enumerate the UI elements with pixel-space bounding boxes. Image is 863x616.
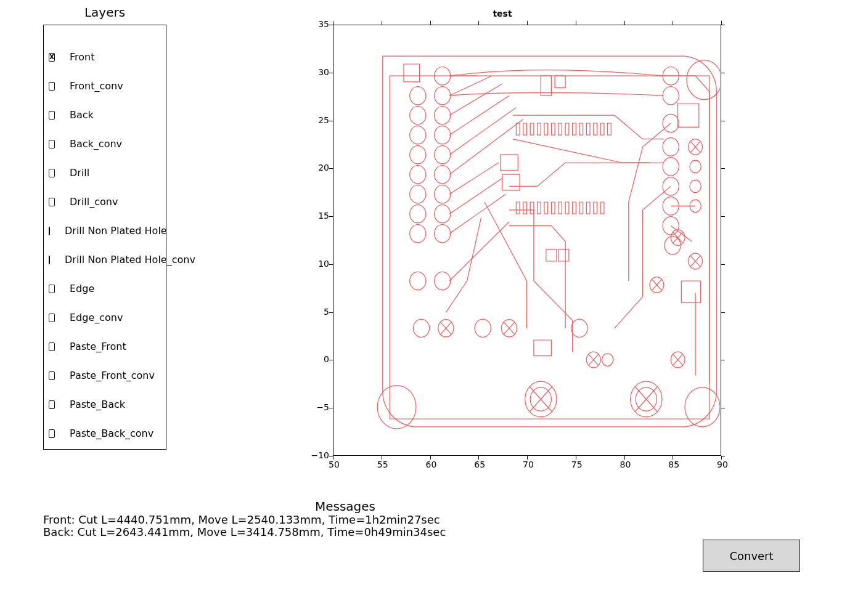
y-tick-right: [721, 408, 725, 408]
y-tick: [329, 360, 333, 360]
x-tick-top: [527, 21, 528, 25]
layer-checkbox[interactable]: [49, 429, 55, 438]
svg-point-6: [685, 387, 720, 427]
svg-point-13: [435, 185, 451, 203]
layer-checkbox[interactable]: X: [49, 53, 55, 62]
svg-point-21: [410, 126, 426, 144]
layer-checkbox[interactable]: [49, 285, 55, 293]
layer-checkbox[interactable]: [49, 400, 55, 409]
svg-point-32: [663, 158, 679, 176]
layer-row[interactable]: Drill: [44, 158, 166, 187]
x-tick-label: 80: [618, 460, 633, 469]
layer-row[interactable]: Back_conv: [44, 129, 166, 158]
svg-point-20: [410, 106, 426, 124]
layer-checkbox[interactable]: [49, 140, 55, 148]
layers-panel: XFrontFront_convBackBack_convDrillDrill_…: [43, 25, 166, 450]
svg-point-35: [663, 217, 679, 235]
y-tick-right: [721, 264, 725, 265]
layer-row[interactable]: XFront: [44, 43, 166, 71]
y-tick: [329, 408, 333, 408]
svg-rect-53: [541, 76, 551, 95]
svg-point-0: [687, 60, 720, 100]
x-tick-label: 65: [472, 460, 487, 469]
x-tick-label: 85: [666, 460, 681, 469]
svg-point-31: [663, 138, 679, 156]
layer-label: Drill_conv: [70, 196, 118, 208]
x-tick-label: 60: [424, 460, 439, 469]
svg-point-36: [665, 237, 681, 254]
layer-row[interactable]: Front_conv: [44, 71, 166, 100]
layer-checkbox[interactable]: [49, 82, 55, 91]
x-tick-top: [382, 21, 382, 25]
messages-title: Messages: [43, 499, 647, 514]
svg-rect-59: [558, 249, 569, 261]
layer-label: Edge_conv: [70, 312, 123, 323]
layer-checkbox[interactable]: [49, 256, 50, 264]
svg-point-12: [435, 165, 451, 183]
layer-row[interactable]: Paste_Back: [44, 390, 166, 419]
layer-label: Drill: [70, 167, 89, 179]
pcb-plot[interactable]: 505560657075808590−10−505101520253035: [333, 25, 721, 456]
svg-point-42: [690, 200, 701, 212]
layer-checkbox[interactable]: [49, 111, 55, 120]
convert-button[interactable]: Convert: [703, 540, 800, 572]
svg-rect-18: [404, 64, 420, 82]
y-tick-label: 10: [305, 259, 329, 269]
svg-point-10: [435, 126, 451, 144]
layer-label: Drill Non Plated Hole_conv: [65, 254, 195, 265]
y-tick: [329, 168, 333, 169]
svg-point-4: [631, 381, 662, 417]
x-tick-top: [430, 21, 431, 25]
layer-row[interactable]: Edge: [44, 274, 166, 303]
layer-checkbox[interactable]: [49, 342, 55, 351]
svg-point-50: [571, 319, 587, 337]
svg-rect-57: [534, 340, 552, 356]
layer-row[interactable]: Paste_Front_conv: [44, 361, 166, 390]
svg-point-7: [435, 67, 451, 84]
layer-row[interactable]: Drill Non Plated Hole_conv: [44, 245, 166, 274]
svg-point-25: [410, 205, 426, 222]
svg-point-49: [501, 320, 517, 337]
layer-label: Paste_Front_conv: [70, 370, 155, 381]
layer-checkbox[interactable]: [49, 227, 50, 235]
y-tick-label: −10: [305, 450, 329, 460]
layer-label: Front: [70, 51, 94, 63]
layer-row[interactable]: Drill Non Plated Hole: [44, 216, 166, 245]
message-line: Front: Cut L=4440.751mm, Move L=2540.133…: [43, 514, 446, 526]
svg-point-45: [650, 277, 664, 293]
layer-row[interactable]: Drill_conv: [44, 187, 166, 216]
layer-checkbox[interactable]: [49, 198, 55, 206]
y-tick: [329, 312, 333, 313]
svg-point-17: [413, 319, 429, 337]
svg-rect-56: [502, 174, 520, 190]
y-tick-right: [721, 168, 725, 169]
y-tick-right: [721, 360, 725, 360]
layer-row[interactable]: Paste_Front: [44, 332, 166, 361]
layer-row[interactable]: Paste_Back_conv: [44, 419, 166, 448]
svg-point-39: [689, 139, 703, 155]
layer-label: Paste_Back_conv: [70, 428, 153, 439]
y-tick-right: [721, 25, 725, 25]
y-tick-right: [721, 456, 725, 456]
layers-panel-title: Layers: [43, 5, 166, 20]
layer-row[interactable]: Back: [44, 100, 166, 129]
y-tick-right: [721, 216, 725, 217]
svg-point-16: [435, 272, 451, 290]
svg-point-14: [435, 205, 451, 222]
layer-row[interactable]: Edge_conv: [44, 303, 166, 332]
svg-point-27: [410, 272, 426, 290]
svg-point-46: [671, 352, 685, 368]
layer-label: Drill Non Plated Hole: [65, 225, 167, 237]
layer-checkbox[interactable]: [49, 314, 55, 322]
svg-point-48: [475, 319, 491, 337]
x-tick-top: [333, 21, 333, 25]
layer-checkbox[interactable]: [49, 169, 55, 177]
layer-label: Back_conv: [70, 138, 122, 150]
svg-point-34: [663, 197, 679, 215]
layer-checkbox[interactable]: [49, 371, 55, 380]
y-tick: [329, 25, 333, 25]
layer-label: Back: [70, 109, 94, 121]
svg-point-41: [690, 180, 701, 192]
svg-point-9: [435, 106, 451, 124]
y-tick: [329, 264, 333, 265]
